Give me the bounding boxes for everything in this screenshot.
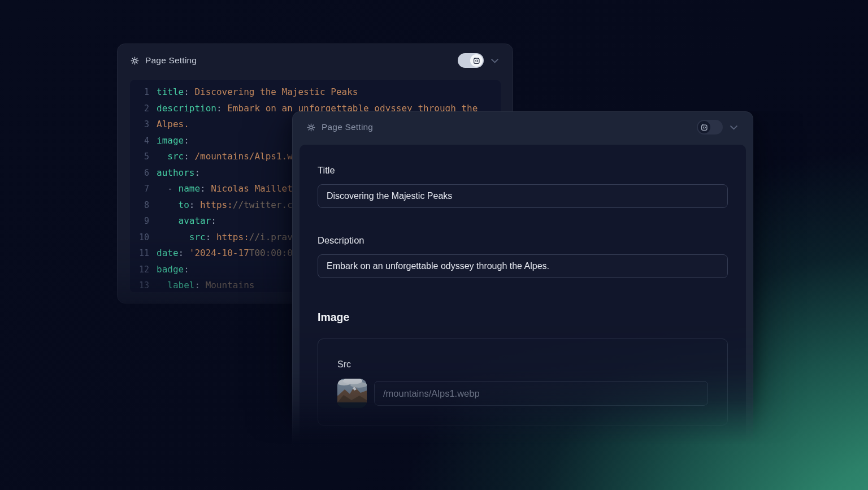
line-number: 4 bbox=[136, 133, 149, 149]
code-panel-header: Page Setting bbox=[118, 44, 513, 77]
code-square-icon bbox=[701, 124, 708, 131]
line-number: 1 bbox=[136, 84, 149, 101]
line-number: 2 bbox=[136, 101, 149, 117]
gear-icon bbox=[130, 56, 140, 66]
code-token-punc: : bbox=[184, 84, 194, 101]
code-square-icon bbox=[473, 57, 480, 64]
line-number: 7 bbox=[136, 181, 149, 197]
src-label: Src bbox=[337, 359, 708, 370]
line-number: 11 bbox=[136, 245, 149, 262]
src-row bbox=[337, 379, 708, 408]
code-token-punc: : bbox=[184, 262, 189, 278]
code-token-key: src bbox=[167, 149, 184, 165]
code-token-key: label bbox=[167, 277, 194, 293]
code-token-key: description bbox=[157, 101, 216, 117]
toggle-knob[interactable] bbox=[698, 121, 710, 133]
title-label: Title bbox=[318, 165, 728, 176]
code-token-plain bbox=[157, 229, 189, 246]
code-token-punc: : bbox=[179, 245, 189, 262]
code-token-punc: : bbox=[200, 181, 211, 197]
code-token-plain bbox=[157, 213, 179, 229]
code-token-punc: : bbox=[206, 229, 216, 246]
image-src-input[interactable] bbox=[374, 381, 708, 406]
code-token-punc: : bbox=[194, 165, 200, 181]
line-number: 8 bbox=[136, 197, 149, 214]
code-token-punc: : bbox=[184, 149, 194, 165]
line-number: 5 bbox=[136, 149, 149, 165]
code-token-plain bbox=[157, 149, 167, 165]
code-token-plain bbox=[157, 197, 179, 214]
chevron-down-icon[interactable] bbox=[728, 122, 739, 133]
code-token-punc: - bbox=[157, 181, 179, 197]
toggle-knob[interactable] bbox=[470, 54, 483, 67]
code-token-val: https: bbox=[200, 197, 233, 214]
form-view-toggle[interactable] bbox=[697, 120, 723, 135]
code-token-punc: : bbox=[216, 101, 227, 117]
code-token-key: name bbox=[179, 181, 201, 197]
code-token-punc: : bbox=[184, 133, 189, 149]
code-token-key: avatar bbox=[179, 213, 211, 229]
form-panel-fade-wrapper: Page Setting TitleDescription Image bbox=[236, 111, 810, 490]
line-number: 10 bbox=[136, 229, 149, 246]
code-token-key: authors bbox=[157, 165, 194, 181]
line-number: 12 bbox=[136, 262, 149, 278]
code-panel-title: Page Setting bbox=[145, 55, 197, 66]
image-card: Src bbox=[318, 339, 728, 426]
desktop-background: Page Setting 1title: Discovering the Maj… bbox=[0, 0, 868, 490]
code-token-punc: : bbox=[189, 197, 200, 214]
code-token-key: date bbox=[157, 245, 179, 262]
code-line: 1title: Discovering the Majestic Peaks bbox=[136, 84, 495, 101]
line-number: 6 bbox=[136, 165, 149, 181]
field-list: TitleDescription bbox=[318, 165, 728, 278]
code-token-plain bbox=[157, 277, 167, 293]
code-token-punc: : bbox=[211, 213, 216, 229]
code-token-key: src bbox=[189, 229, 206, 246]
form-body: TitleDescription Image Src bbox=[300, 145, 746, 446]
mountain-photo-thumbnail[interactable] bbox=[337, 379, 367, 408]
code-token-key: to bbox=[179, 197, 189, 214]
line-number: 13 bbox=[136, 277, 149, 293]
image-section-heading: Image bbox=[318, 311, 728, 324]
code-token-key: image bbox=[157, 133, 184, 149]
code-token-val: Alpes. bbox=[157, 116, 189, 133]
line-number: 9 bbox=[136, 213, 149, 229]
code-view-toggle[interactable] bbox=[458, 53, 484, 68]
title-field-group: Title bbox=[318, 165, 728, 208]
description-input[interactable] bbox=[318, 254, 728, 278]
description-field-group: Description bbox=[318, 235, 728, 278]
form-panel-header: Page Setting bbox=[293, 112, 753, 142]
line-number: 3 bbox=[136, 116, 149, 133]
code-token-key: badge bbox=[157, 262, 184, 278]
title-input[interactable] bbox=[318, 184, 728, 208]
gear-icon bbox=[306, 123, 316, 132]
chevron-down-icon[interactable] bbox=[489, 55, 500, 66]
code-token-key: title bbox=[157, 84, 184, 101]
description-label: Description bbox=[318, 235, 728, 246]
code-token-val: Discovering the Majestic Peaks bbox=[194, 84, 358, 101]
form-panel-title: Page Setting bbox=[322, 122, 373, 132]
page-setting-form-panel: Page Setting TitleDescription Image bbox=[292, 111, 753, 452]
code-token-punc: : bbox=[194, 277, 205, 293]
